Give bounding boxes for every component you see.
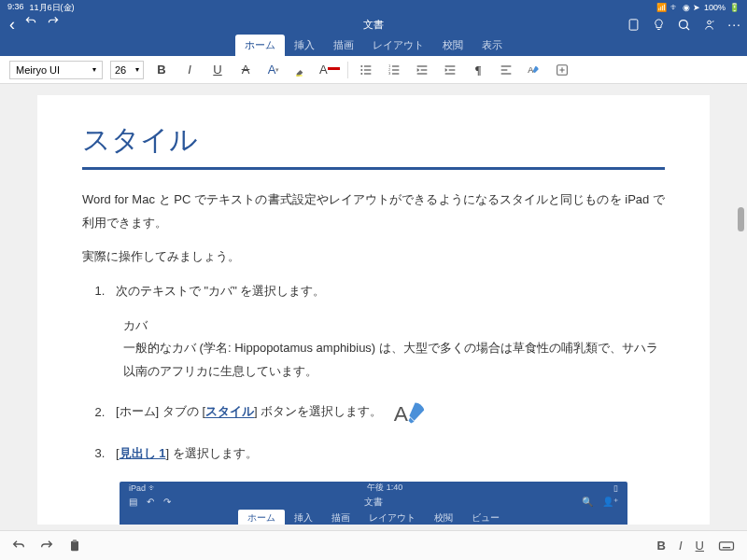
svg-point-1 <box>680 20 688 28</box>
svg-text:A: A <box>394 401 409 426</box>
step-1-text: 次のテキストで "カバ" を選択します。 <box>116 284 325 298</box>
svg-rect-28 <box>71 540 78 551</box>
style-icon: A <box>391 399 432 426</box>
font-select[interactable]: Meiryo UI ▾ <box>9 61 103 79</box>
font-name: Meiryo UI <box>16 64 60 76</box>
svg-rect-11 <box>392 65 399 66</box>
bottom-bold-button[interactable]: B <box>657 539 666 553</box>
bold-button[interactable]: B <box>151 60 172 80</box>
lightbulb-icon[interactable] <box>652 18 666 32</box>
keyboard-icon[interactable] <box>717 537 736 555</box>
heading-style: スタイル <box>82 121 665 160</box>
wifi-icon: ᯤ <box>670 3 679 12</box>
sample-body: 一般的なカバ (学名: Hippopotamus amphibius) は、大型… <box>123 337 665 383</box>
italic-button[interactable]: I <box>179 60 200 80</box>
location-icon: ◉ ➤ <box>683 3 700 12</box>
bottom-toolbar: B I U <box>0 530 747 560</box>
back-button[interactable]: ‹ <box>9 15 15 35</box>
svg-text:3: 3 <box>388 71 391 76</box>
bottom-underline-button[interactable]: U <box>696 539 704 553</box>
svg-rect-18 <box>417 73 428 74</box>
title-bar: ‹ 文書 ··· <box>0 15 747 34</box>
numbering-button[interactable]: 123 <box>384 60 404 80</box>
svg-point-2 <box>708 21 712 24</box>
inner-time: 午後 1:40 <box>367 482 402 494</box>
insert-button[interactable] <box>552 60 572 80</box>
strikethrough-button[interactable]: A <box>235 60 256 80</box>
svg-rect-13 <box>392 69 399 70</box>
svg-rect-3 <box>296 75 303 76</box>
style-link[interactable]: スタイル <box>205 405 254 419</box>
svg-rect-7 <box>364 69 371 70</box>
svg-rect-16 <box>417 65 428 66</box>
app-chrome: ‹ 文書 ··· ホーム 挿入 描画 レイアウト 校閲 表示 <box>0 15 747 56</box>
undo-button[interactable] <box>24 15 37 35</box>
svg-rect-9 <box>364 73 371 74</box>
ribbon-tabs: ホーム 挿入 描画 レイアウト 校閲 表示 <box>0 34 747 56</box>
inner-search-icon: 🔍 <box>582 497 593 507</box>
highlight-button[interactable] <box>291 60 312 80</box>
svg-rect-29 <box>73 539 77 542</box>
redo-button[interactable] <box>47 15 60 35</box>
heading1-link[interactable]: 見出し 1 <box>120 446 166 460</box>
battery-text: 100% <box>704 3 726 12</box>
tab-draw[interactable]: 描画 <box>324 35 363 56</box>
svg-rect-20 <box>449 69 456 70</box>
font-color-button[interactable]: A <box>319 60 340 80</box>
inner-tab-home: ホーム <box>238 510 285 525</box>
paragraph-button[interactable]: ¶ <box>468 60 488 80</box>
chevron-down-icon: ▾ <box>135 65 139 74</box>
step-3: [見出し 1] を選択します。 <box>108 442 665 464</box>
svg-point-4 <box>360 65 362 67</box>
inner-wifi-icon: ᯤ <box>148 483 157 493</box>
bullets-button[interactable] <box>356 60 376 80</box>
styles-button[interactable]: A <box>524 60 544 80</box>
more-icon[interactable]: ··· <box>727 17 741 32</box>
align-button[interactable] <box>496 60 516 80</box>
svg-rect-5 <box>364 65 371 66</box>
svg-rect-30 <box>720 541 734 549</box>
font-size: 26 <box>115 64 126 76</box>
document-page[interactable]: スタイル Word for Mac と PC でテキストの書式設定やレイアウトが… <box>37 95 710 525</box>
reading-mode-icon[interactable] <box>627 18 641 32</box>
heading-rule <box>82 167 665 170</box>
status-time: 9:36 <box>7 2 24 14</box>
font-size-select[interactable]: 26 ▾ <box>110 61 144 79</box>
share-icon[interactable] <box>702 18 716 32</box>
scroll-thumb[interactable] <box>738 207 744 231</box>
inner-redo-icon: ↷ <box>163 497 171 507</box>
tab-home[interactable]: ホーム <box>235 35 285 56</box>
status-bar: 9:36 11月6日(金) 📶 ᯤ ◉ ➤ 100% 🔋 <box>0 0 747 15</box>
bottom-italic-button[interactable]: I <box>679 539 683 553</box>
intro-paragraph: Word for Mac と PC でテキストの書式設定やレイアウトができるよう… <box>82 189 665 234</box>
outdent-button[interactable] <box>412 60 432 80</box>
search-icon[interactable] <box>677 18 691 32</box>
signal-icon: 📶 <box>656 3 667 12</box>
tab-review[interactable]: 校閲 <box>433 35 472 56</box>
tab-insert[interactable]: 挿入 <box>285 35 324 56</box>
embedded-screenshot: iPad ᯤ 午後 1:40 ▯ ▤ ↶ ↷ 文書 🔍 👤⁺ ホーム 挿入 描画… <box>120 482 627 525</box>
step-2-text-a: [ホーム] タブの [ <box>116 405 205 419</box>
bottom-redo-button[interactable] <box>39 539 54 553</box>
status-date: 11月6日(金) <box>30 2 75 14</box>
underline-button[interactable]: U <box>207 60 228 80</box>
inner-tab-insert: 挿入 <box>285 510 322 525</box>
svg-rect-23 <box>501 69 508 70</box>
svg-rect-22 <box>501 65 512 66</box>
tab-view[interactable]: 表示 <box>472 35 512 56</box>
indent-button[interactable] <box>440 60 460 80</box>
svg-text:A: A <box>528 64 534 74</box>
sample-title: カバ <box>123 315 665 336</box>
chevron-down-icon: ▾ <box>92 65 96 74</box>
tab-layout[interactable]: レイアウト <box>363 35 433 56</box>
svg-rect-24 <box>501 73 512 74</box>
inner-undo-icon: ↶ <box>147 497 154 507</box>
bottom-undo-button[interactable] <box>11 539 26 553</box>
inner-battery-icon: ▯ <box>613 483 618 493</box>
svg-point-6 <box>360 69 362 71</box>
clipboard-icon[interactable] <box>67 539 82 553</box>
svg-rect-15 <box>392 73 399 74</box>
inner-doc-title: 文書 <box>364 496 383 509</box>
step-2-text-b: ] ボタンを選択します。 <box>254 405 382 419</box>
font-format-button[interactable]: A▾ <box>263 60 284 80</box>
